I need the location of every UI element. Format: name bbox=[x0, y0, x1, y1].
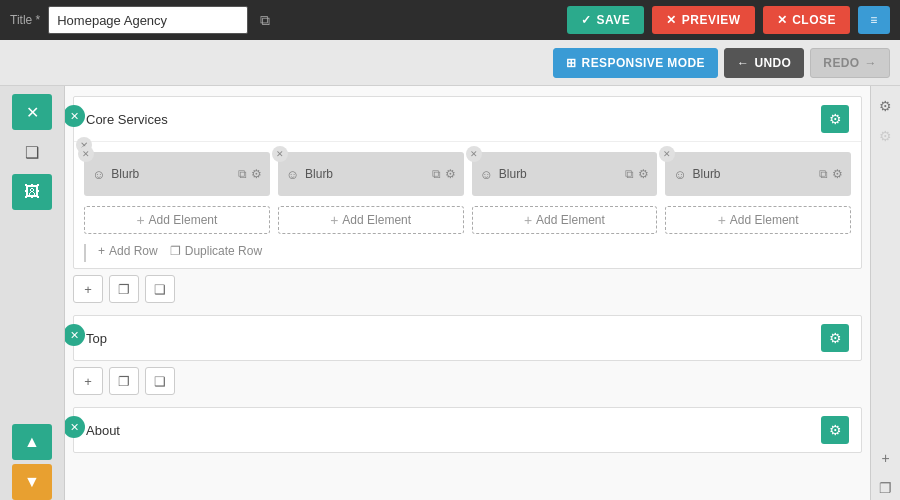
blurb-4-label: Blurb bbox=[693, 167, 813, 181]
blurb-2-copy-icon[interactable]: ⧉ bbox=[432, 167, 441, 181]
hamburger-icon: ≡ bbox=[870, 13, 878, 27]
blurb-4-copy-icon[interactable]: ⧉ bbox=[819, 167, 828, 181]
add-element-4-plus-icon: + bbox=[718, 212, 726, 228]
blurb-item-2: ✕ ☺ Blurb ⧉ ⚙ bbox=[278, 152, 464, 196]
row2-copy-btn[interactable]: ❐ bbox=[109, 367, 139, 395]
sidebar-up-btn[interactable]: ▲ bbox=[12, 424, 52, 460]
toolbar-row: ⊞ RESPONSIVE MODE ← UNDO REDO → bbox=[0, 40, 900, 86]
right-gear-icon[interactable]: ⚙ bbox=[874, 94, 898, 118]
sidebar-layers-btn[interactable]: ❑ bbox=[12, 134, 52, 170]
right-plus-icon[interactable]: + bbox=[874, 446, 898, 470]
right-sidebar: ⚙ ⚙ + ❐ bbox=[870, 86, 900, 500]
checkmark-icon: ✓ bbox=[581, 13, 592, 27]
responsive-icon: ⊞ bbox=[566, 56, 576, 70]
add-element-3[interactable]: + Add Element bbox=[472, 206, 658, 234]
close-icon: ✕ bbox=[777, 13, 788, 27]
row2-layers-btn[interactable]: ❑ bbox=[145, 367, 175, 395]
blurb-1-gear-icon[interactable]: ⚙ bbox=[251, 167, 262, 181]
add-element-3-plus-icon: + bbox=[524, 212, 532, 228]
blurb-item-1: ✕ ☺ Blurb ⧉ ⚙ bbox=[84, 152, 270, 196]
about-section-header: About ⚙ bbox=[74, 408, 861, 452]
vertical-divider bbox=[84, 244, 86, 262]
row-actions-2: + ❐ ❑ bbox=[65, 361, 870, 401]
redo-button[interactable]: REDO → bbox=[810, 48, 890, 78]
blurb-4-person-icon: ☺ bbox=[673, 167, 686, 182]
row-actions: + ❐ ❑ bbox=[65, 269, 870, 309]
right-layers-icon[interactable]: ❐ bbox=[874, 476, 898, 500]
sidebar-down-btn[interactable]: ▼ bbox=[12, 464, 52, 500]
add-element-2[interactable]: + Add Element bbox=[278, 206, 464, 234]
blurb-4-actions: ⧉ ⚙ bbox=[819, 167, 843, 181]
core-services-section: ✕ ✕ Core Services ⚙ ✕ ☺ Blurb ⧉ ⚙ ✕ bbox=[73, 96, 862, 269]
row-layers-btn[interactable]: ❑ bbox=[145, 275, 175, 303]
top-section-gear-btn[interactable]: ⚙ bbox=[821, 324, 849, 352]
top-section: ✕ Top ⚙ bbox=[73, 315, 862, 361]
blurb-3-actions: ⧉ ⚙ bbox=[625, 167, 649, 181]
about-section-title: About bbox=[86, 423, 120, 438]
about-section-gear-btn[interactable]: ⚙ bbox=[821, 416, 849, 444]
add-element-row: + Add Element + Add Element + Add Elemen… bbox=[74, 204, 861, 240]
blurb-2-label: Blurb bbox=[305, 167, 425, 181]
duplicate-row-button[interactable]: ❐ Duplicate Row bbox=[170, 244, 262, 258]
add-element-2-plus-icon: + bbox=[330, 212, 338, 228]
blurb-3-gear-icon[interactable]: ⚙ bbox=[638, 167, 649, 181]
menu-button[interactable]: ≡ bbox=[858, 6, 890, 34]
duplicate-row-icon: ❐ bbox=[170, 244, 181, 258]
row-add-btn[interactable]: + bbox=[73, 275, 103, 303]
left-sidebar: ✕ ❑ 🖼 ▲ ▼ bbox=[0, 86, 65, 500]
add-row-plus-icon: + bbox=[98, 244, 105, 258]
topbar: Title * ⧉ ✓ SAVE ✕ PREVIEW ✕ CLOSE ≡ bbox=[0, 0, 900, 40]
responsive-mode-button[interactable]: ⊞ RESPONSIVE MODE bbox=[553, 48, 718, 78]
blurb-1-actions: ⧉ ⚙ bbox=[238, 167, 262, 181]
blurb-3-close[interactable]: ✕ bbox=[466, 146, 482, 162]
blurb-1-person-icon: ☺ bbox=[92, 167, 105, 182]
close-button[interactable]: ✕ CLOSE bbox=[763, 6, 850, 34]
blurb-1-close[interactable]: ✕ bbox=[78, 146, 94, 162]
top-section-title: Top bbox=[86, 331, 107, 346]
blurb-2-actions: ⧉ ⚙ bbox=[432, 167, 456, 181]
blurb-2-close[interactable]: ✕ bbox=[272, 146, 288, 162]
blurb-4-gear-icon[interactable]: ⚙ bbox=[832, 167, 843, 181]
core-services-gear-btn[interactable]: ⚙ bbox=[821, 105, 849, 133]
cross-icon: ✕ bbox=[666, 13, 677, 27]
blurb-3-person-icon: ☺ bbox=[480, 167, 493, 182]
main-layout: ✕ ❑ 🖼 ▲ ▼ ✕ ✕ Core Services ⚙ ✕ ☺ Blurb bbox=[0, 86, 900, 500]
core-services-title: Core Services bbox=[86, 112, 168, 127]
blurb-2-person-icon: ☺ bbox=[286, 167, 299, 182]
right-gear-2-icon[interactable]: ⚙ bbox=[874, 124, 898, 148]
section-footer-area: + Add Row ❐ Duplicate Row bbox=[74, 240, 861, 268]
add-row-button[interactable]: + Add Row bbox=[98, 244, 158, 258]
redo-icon: → bbox=[865, 56, 877, 70]
top-section-header: Top ⚙ bbox=[74, 316, 861, 360]
preview-button[interactable]: ✕ PREVIEW bbox=[652, 6, 754, 34]
blurb-1-label: Blurb bbox=[111, 167, 231, 181]
blurb-item-4: ✕ ☺ Blurb ⧉ ⚙ bbox=[665, 152, 851, 196]
core-services-header: Core Services ⚙ bbox=[74, 97, 861, 142]
blurb-row: ✕ ☺ Blurb ⧉ ⚙ ✕ ☺ Blurb ⧉ ⚙ bbox=[74, 142, 861, 204]
content-area: ✕ ✕ Core Services ⚙ ✕ ☺ Blurb ⧉ ⚙ ✕ bbox=[65, 86, 870, 500]
blurb-3-label: Blurb bbox=[499, 167, 619, 181]
sidebar-image-btn[interactable]: 🖼 bbox=[12, 174, 52, 210]
blurb-item-3: ✕ ☺ Blurb ⧉ ⚙ bbox=[472, 152, 658, 196]
undo-button[interactable]: ← UNDO bbox=[724, 48, 804, 78]
row2-add-btn[interactable]: + bbox=[73, 367, 103, 395]
copy-icon[interactable]: ⧉ bbox=[260, 12, 270, 29]
blurb-4-close[interactable]: ✕ bbox=[659, 146, 675, 162]
title-input[interactable] bbox=[48, 6, 248, 34]
undo-icon: ← bbox=[737, 56, 749, 70]
add-element-1-plus-icon: + bbox=[136, 212, 144, 228]
row-copy-btn[interactable]: ❐ bbox=[109, 275, 139, 303]
blurb-2-gear-icon[interactable]: ⚙ bbox=[445, 167, 456, 181]
add-element-1[interactable]: + Add Element bbox=[84, 206, 270, 234]
about-section: ✕ About ⚙ bbox=[73, 407, 862, 453]
save-button[interactable]: ✓ SAVE bbox=[567, 6, 644, 34]
blurb-3-copy-icon[interactable]: ⧉ bbox=[625, 167, 634, 181]
add-element-4[interactable]: + Add Element bbox=[665, 206, 851, 234]
sidebar-close-btn[interactable]: ✕ bbox=[12, 94, 52, 130]
blurb-1-copy-icon[interactable]: ⧉ bbox=[238, 167, 247, 181]
title-label: Title * bbox=[10, 13, 40, 27]
section-footer: + Add Row ❐ Duplicate Row bbox=[74, 240, 861, 266]
